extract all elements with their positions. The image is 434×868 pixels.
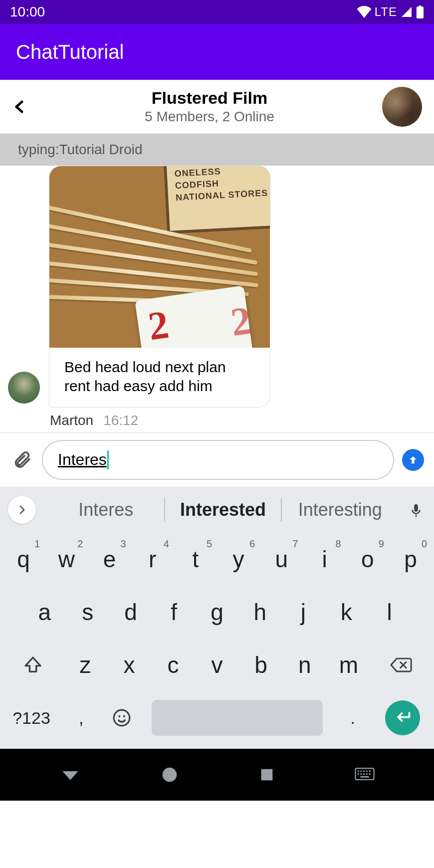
image-board-text: CODFISH [175,176,270,189]
message-sender: Marton [50,413,93,429]
svg-point-4 [123,715,125,717]
send-button[interactable] [402,449,424,471]
image-board-text: ONELESS [174,166,270,177]
key-g[interactable]: g [196,589,238,635]
shift-icon [23,655,43,675]
svg-rect-18 [360,776,369,778]
enter-icon [394,711,412,725]
svg-rect-15 [363,773,365,775]
period-key[interactable]: . [332,695,373,741]
nav-home-icon [160,765,179,784]
app-title: ChatTutorial [16,41,124,63]
typing-user: Tutorial Droid [59,142,143,158]
symbols-key[interactable]: ?123 [2,695,61,741]
key-x[interactable]: x [107,642,151,688]
system-nav-bar [0,749,434,801]
svg-rect-12 [369,770,370,772]
comma-key[interactable]: , [61,695,102,741]
status-time: 10:00 [10,4,357,20]
svg-rect-10 [363,770,365,772]
back-button[interactable] [12,97,37,117]
message-item: ONELESS CODFISH NATIONAL STORES Bed h [8,166,426,429]
enter-key[interactable] [373,695,432,741]
key-q[interactable]: q1 [2,536,45,582]
key-v[interactable]: v [195,642,239,688]
nav-home[interactable] [160,765,179,784]
microphone-icon [409,501,424,519]
paperclip-icon [12,450,32,470]
soft-keyboard: Interes Interested Interesting q1w2e3r4t… [0,486,434,749]
svg-point-3 [119,715,121,717]
key-o[interactable]: o9 [346,536,389,582]
svg-rect-16 [366,773,367,775]
emoji-key[interactable] [102,695,143,741]
svg-point-5 [162,768,177,782]
message-input[interactable]: Interes [42,440,394,480]
input-value: Interes [58,450,107,469]
message-text: Bed head loud next plan rent had easy ad… [49,348,270,407]
message-list[interactable]: ONELESS CODFISH NATIONAL STORES Bed h [0,166,434,433]
key-l[interactable]: l [368,589,411,635]
suggestion-3[interactable]: Interesting [282,499,398,520]
key-i[interactable]: i8 [303,536,346,582]
svg-rect-14 [360,773,362,775]
nav-back[interactable] [60,764,81,785]
message-bubble[interactable]: ONELESS CODFISH NATIONAL STORES Bed h [49,166,270,408]
svg-rect-13 [357,773,359,775]
key-c[interactable]: c [151,642,195,688]
backspace-icon [390,656,413,674]
key-b[interactable]: b [239,642,283,688]
key-e[interactable]: e3 [88,536,131,582]
key-j[interactable]: j [282,589,325,635]
suggestion-bar: Interes Interested Interesting [0,486,434,533]
key-d[interactable]: d [109,589,152,635]
key-z[interactable]: z [63,642,107,688]
mic-button[interactable] [406,501,426,519]
chat-avatar[interactable] [382,87,422,127]
svg-rect-1 [419,5,422,7]
nav-recent[interactable] [258,766,275,783]
key-a[interactable]: a [23,589,66,635]
emoji-icon [112,708,131,727]
key-u[interactable]: u7 [260,536,303,582]
suggestion-1[interactable]: Interes [48,499,164,520]
backspace-key[interactable] [371,642,432,688]
chat-header: Flustered Film 5 Members, 2 Online [0,80,434,134]
chat-title: Flustered Film [37,88,382,108]
nav-back-icon [60,764,81,785]
arrow-up-icon [408,454,419,465]
typing-indicator: typing: Tutorial Droid [0,134,434,166]
sender-avatar[interactable] [8,372,40,404]
suggestion-2[interactable]: Interested [165,499,281,520]
expand-suggestions-button[interactable] [8,496,36,524]
message-time: 16:12 [103,413,138,429]
key-m[interactable]: m [327,642,371,688]
key-n[interactable]: n [283,642,327,688]
key-h[interactable]: h [238,589,281,635]
key-w[interactable]: w2 [45,536,88,582]
shift-key[interactable] [2,642,63,688]
app-bar: ChatTutorial [0,24,434,80]
message-image[interactable]: ONELESS CODFISH NATIONAL STORES [49,166,270,348]
svg-rect-9 [360,770,362,772]
key-k[interactable]: k [325,589,368,635]
nav-recent-icon [258,766,275,783]
key-y[interactable]: y6 [217,536,260,582]
key-p[interactable]: p0 [389,536,432,582]
svg-rect-11 [366,770,367,772]
chat-title-block[interactable]: Flustered Film 5 Members, 2 Online [37,88,382,125]
status-icons: LTE [357,5,424,19]
svg-point-2 [114,710,130,726]
battery-icon [416,5,424,18]
nav-keyboard-switch[interactable] [355,767,375,782]
key-t[interactable]: t5 [174,536,217,582]
key-f[interactable]: f [152,589,195,635]
svg-rect-8 [357,770,359,772]
key-s[interactable]: s [66,589,109,635]
key-row-3: zxcvbnm [2,642,432,688]
key-r[interactable]: r4 [131,536,174,582]
svg-rect-6 [261,769,272,781]
message-meta: Marton 16:12 [49,413,270,429]
space-key[interactable] [142,695,332,741]
attach-button[interactable] [10,450,34,470]
